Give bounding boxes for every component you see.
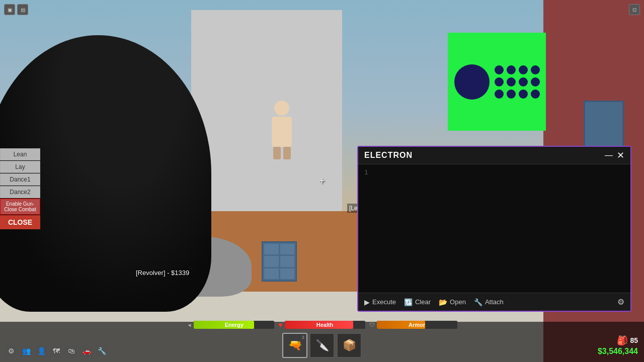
armor-bar-container: 🛡 Armor xyxy=(369,321,457,329)
electron-close-button[interactable]: ✕ xyxy=(617,151,624,160)
health-bar: Health xyxy=(285,321,365,329)
npc-head xyxy=(274,101,289,116)
window-btn-2[interactable]: ▤ xyxy=(17,4,28,15)
energy-arrow: ◄ xyxy=(187,322,192,328)
npc-body xyxy=(272,117,292,147)
energy-bar: Energy xyxy=(194,321,274,329)
electron-toolbar: ▶ Execute 🔃 Clear 📂 Open 🔧 Attach ⚙ xyxy=(358,293,630,311)
backpack-area: 🎒 85 xyxy=(617,335,638,346)
clear-button[interactable]: 🔃 Clear xyxy=(404,298,431,306)
clear-icon: 🔃 xyxy=(404,298,413,306)
energy-label: Energy xyxy=(194,321,274,329)
execute-button[interactable]: ▶ Execute xyxy=(364,298,396,306)
money-label: $3,546,344 xyxy=(598,347,638,356)
heart-icon: ♥ xyxy=(278,321,282,329)
attach-label: Attach xyxy=(485,298,504,306)
energy-bar-container: ◄ Energy xyxy=(187,321,274,329)
bottom-left-hud: ⚙ 👥 👤 🗺 🛍 🚗 🔧 xyxy=(5,345,108,357)
electron-title: ELECTRON xyxy=(364,151,413,160)
health-label: Health xyxy=(285,321,365,329)
armor-icon: 🛡 xyxy=(369,322,375,328)
clear-label: Clear xyxy=(415,298,431,306)
emote-dance1[interactable]: Dance1 xyxy=(0,173,40,186)
settings-hud-icon[interactable]: ⚙ xyxy=(5,345,17,357)
profile-hud-icon[interactable]: 👤 xyxy=(35,345,47,357)
emote-menu: Lean Lay Dance1 Dance2 Enable Gun-Close … xyxy=(0,148,40,229)
backpack-icon: 🎒 xyxy=(617,335,628,346)
green-logo-widget xyxy=(448,33,546,131)
open-label: Open xyxy=(450,298,466,306)
emote-close-button[interactable]: CLOSE xyxy=(0,215,40,229)
emote-lean[interactable]: Lean xyxy=(0,148,40,160)
settings-button[interactable]: ⚙ xyxy=(617,297,624,307)
revolver-label: [Revolver] - $1339 xyxy=(136,269,189,277)
armor-bar: Armor xyxy=(377,321,457,329)
slot-1-icon: 🔫 xyxy=(288,339,302,352)
players-hud-icon[interactable]: 👥 xyxy=(20,345,32,357)
tools-hud-icon[interactable]: 🔧 xyxy=(96,345,108,357)
window-btn-right[interactable]: ⊡ xyxy=(629,4,640,15)
line-number: 1 xyxy=(364,168,368,176)
electron-window-controls: — ✕ xyxy=(605,151,624,160)
logo-circle xyxy=(454,64,490,100)
inventory-slot-3[interactable]: 📦 xyxy=(337,333,362,358)
enable-gun-close-combat-button[interactable]: Enable Gun-Close Combat xyxy=(0,199,40,215)
electron-editor[interactable]: 1 xyxy=(358,164,630,293)
shop-hud-icon[interactable]: 🛍 xyxy=(65,345,77,357)
armor-label: Armor xyxy=(377,321,457,329)
electron-minimize-button[interactable]: — xyxy=(605,151,613,159)
status-bars: ◄ Energy ♥ Health 🛡 Armor xyxy=(0,319,644,331)
open-button[interactable]: 📂 Open xyxy=(439,298,466,306)
crosshair: + xyxy=(319,175,325,187)
inventory-slot-1[interactable]: 2 🔫 xyxy=(282,333,307,358)
backpack-count: 85 xyxy=(630,336,638,344)
bottom-right-hud: 🎒 85 $3,546,344 xyxy=(598,335,638,356)
map-hud-icon[interactable]: 🗺 xyxy=(50,345,62,357)
open-icon: 📂 xyxy=(439,298,447,306)
npc-legs xyxy=(267,147,297,159)
slot-2-icon: 🔪 xyxy=(315,339,329,352)
vehicle-hud-icon[interactable]: 🚗 xyxy=(80,345,93,357)
execute-icon: ▶ xyxy=(364,298,370,306)
window-grid xyxy=(262,241,297,282)
npc-character xyxy=(267,101,297,151)
window-btn-1[interactable]: ▣ xyxy=(4,4,15,15)
logo-dots xyxy=(495,65,540,99)
slot-3-icon: 📦 xyxy=(343,339,356,352)
execute-label: Execute xyxy=(372,298,396,306)
emote-lay[interactable]: Lay xyxy=(0,161,40,173)
inventory-slot-2[interactable]: 🔪 xyxy=(309,333,335,358)
top-right-controls: ⊡ xyxy=(629,4,640,15)
emote-dance2[interactable]: Dance2 xyxy=(0,186,40,198)
electron-titlebar: ELECTRON — ✕ xyxy=(358,147,630,164)
attach-icon: 🔧 xyxy=(474,298,482,306)
electron-window: ELECTRON — ✕ 1 ▶ Execute 🔃 Clear 📂 Open … xyxy=(357,146,631,312)
top-left-controls: ▣ ▤ xyxy=(4,4,28,15)
attach-button[interactable]: 🔧 Attach xyxy=(474,298,504,306)
window-right xyxy=(584,101,624,151)
health-bar-container: ♥ Health xyxy=(278,321,365,329)
